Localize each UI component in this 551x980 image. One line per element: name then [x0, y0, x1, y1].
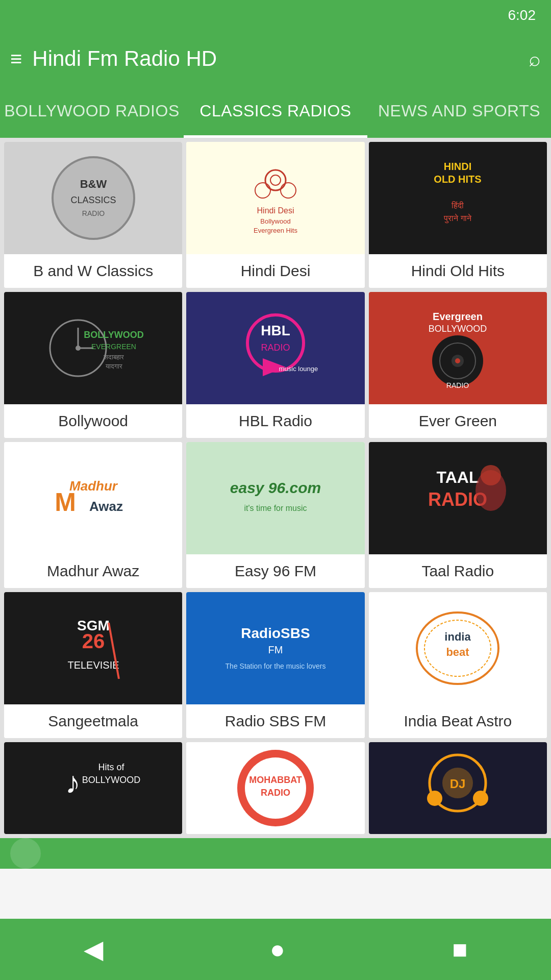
item-label: Madhur Awaz: [4, 554, 182, 588]
list-item[interactable]: ♪ Hits of BOLLYWOOD: [4, 742, 182, 834]
item-image: SGM 26 TELEVISIE: [4, 592, 182, 704]
list-item[interactable]: india beat India Beat Astro: [369, 592, 547, 738]
item-image: RadioSBS FM The Station for the music lo…: [186, 592, 364, 704]
header: ≡ Hindi Fm Radio HD ⌕: [0, 31, 551, 87]
list-item[interactable]: DJ: [369, 742, 547, 834]
svg-text:MOHABBAT: MOHABBAT: [249, 775, 302, 785]
svg-point-6: [255, 183, 270, 198]
svg-point-4: [265, 170, 286, 190]
svg-text:Hindi Desi: Hindi Desi: [257, 206, 294, 215]
item-label: Ever Green: [369, 404, 547, 438]
list-item[interactable]: Madhur Awaz M Madhur Awaz: [4, 442, 182, 588]
svg-text:HBL: HBL: [261, 323, 290, 338]
bottom-partial: [0, 838, 551, 869]
svg-text:FM: FM: [268, 644, 283, 655]
item-label: Hindi Old Hits: [369, 254, 547, 288]
svg-text:RADIO: RADIO: [261, 788, 290, 798]
recent-button[interactable]: ■: [452, 935, 467, 964]
list-item[interactable]: Evergreen BOLLYWOOD RADIO Ever Green: [369, 292, 547, 438]
svg-text:The Station for the music love: The Station for the music lovers: [226, 662, 326, 670]
list-item[interactable]: HBL RADIO music lounge HBL Radio: [186, 292, 364, 438]
tab-classics-radios[interactable]: Classics Radios: [184, 87, 367, 138]
item-image: Hindi Desi Bollywood Evergreen Hits: [186, 142, 364, 254]
bottom-nav: ◀ ● ■: [0, 919, 551, 980]
svg-text:it's time for music: it's time for music: [244, 504, 307, 512]
list-item[interactable]: RadioSBS FM The Station for the music lo…: [186, 592, 364, 738]
svg-text:RADIO: RADIO: [82, 209, 104, 217]
item-label: Easy 96 FM: [186, 554, 364, 588]
item-image: BOLLYWOOD EVERGREEN सदाबहार यादगार: [4, 292, 182, 404]
svg-text:BOLLYWOOD: BOLLYWOOD: [82, 775, 140, 785]
tab-news-and-sports[interactable]: News and Sports: [367, 87, 551, 138]
svg-text:Madhur: Madhur: [69, 478, 118, 494]
svg-text:music lounge: music lounge: [279, 365, 318, 373]
svg-text:RadioSBS: RadioSBS: [241, 625, 310, 641]
svg-text:सदाबहार: सदाबहार: [103, 353, 124, 361]
list-item[interactable]: SGM 26 TELEVISIE Sangeetmala: [4, 592, 182, 738]
svg-text:यादगार: यादगार: [105, 362, 122, 370]
svg-text:OLD HITS: OLD HITS: [434, 174, 482, 185]
svg-text:TELEVISIE: TELEVISIE: [67, 659, 119, 671]
svg-text:26: 26: [82, 630, 105, 652]
list-item[interactable]: Hindi Desi Bollywood Evergreen Hits Hind…: [186, 142, 364, 288]
svg-text:पुराने गाने: पुराने गाने: [444, 213, 472, 224]
svg-point-5: [270, 175, 281, 185]
back-button[interactable]: ◀: [84, 935, 103, 964]
svg-point-7: [281, 183, 296, 198]
svg-text:BOLLYWOOD: BOLLYWOOD: [84, 330, 143, 340]
list-item[interactable]: B&W CLASSICS RADIO B and W Classics: [4, 142, 182, 288]
svg-rect-43: [219, 452, 332, 544]
list-item[interactable]: easy 96.com it's time for music Easy 96 …: [186, 442, 364, 588]
svg-text:Evergreen Hits: Evergreen Hits: [254, 227, 297, 234]
home-button[interactable]: ●: [270, 935, 285, 964]
list-item[interactable]: BOLLYWOOD EVERGREEN सदाबहार यादगार Bolly…: [4, 292, 182, 438]
svg-point-37: [455, 358, 460, 363]
svg-text:RADIO: RADIO: [446, 381, 469, 389]
app-title: Hindi Fm Radio HD: [32, 46, 518, 71]
tabs: Bollywood Radios Classics Radios News an…: [0, 87, 551, 138]
item-label: HBL Radio: [186, 404, 364, 438]
item-label: India Beat Astro: [369, 704, 547, 738]
list-item[interactable]: TAAL RADIO Taal Radio: [369, 442, 547, 588]
item-image: india beat: [369, 592, 547, 704]
grid-container: B&W CLASSICS RADIO B and W Classics Hind…: [0, 138, 551, 838]
item-label: B and W Classics: [4, 254, 182, 288]
status-bar: 6:02: [0, 0, 551, 31]
svg-point-78: [427, 791, 442, 806]
svg-rect-65: [37, 742, 149, 834]
svg-text:EVERGREEN: EVERGREEN: [91, 342, 136, 351]
menu-icon[interactable]: ≡: [10, 47, 22, 70]
svg-text:Awaz: Awaz: [89, 499, 123, 514]
svg-rect-39: [37, 452, 149, 544]
svg-text:beat: beat: [446, 646, 470, 658]
item-image: ♪ Hits of BOLLYWOOD: [4, 742, 182, 834]
item-label: Sangeetmala: [4, 704, 182, 738]
item-label: Radio SBS FM: [186, 704, 364, 738]
svg-text:Hits of: Hits of: [98, 762, 124, 772]
item-image: Evergreen BOLLYWOOD RADIO: [369, 292, 547, 404]
svg-point-50: [481, 465, 501, 485]
svg-text:B&W: B&W: [80, 178, 107, 190]
svg-text:♪: ♪: [65, 766, 81, 800]
list-item[interactable]: MOHABBAT RADIO: [186, 742, 364, 834]
list-item[interactable]: HINDI OLD HITS हिंदी पुराने गाने Hindi O…: [369, 142, 547, 288]
item-image: HINDI OLD HITS हिंदी पुराने गाने: [369, 142, 547, 254]
status-icons: 6:02: [508, 7, 536, 23]
svg-text:RADIO: RADIO: [261, 342, 290, 353]
item-label: Bollywood: [4, 404, 182, 438]
item-image: Madhur Awaz M: [4, 442, 182, 554]
item-image: TAAL RADIO: [369, 442, 547, 554]
item-image: HBL RADIO music lounge: [186, 292, 364, 404]
item-image: DJ: [369, 742, 547, 834]
search-icon[interactable]: ⌕: [529, 47, 541, 70]
item-label: Taal Radio: [369, 554, 547, 588]
svg-text:M: M: [55, 488, 76, 517]
svg-text:HINDI: HINDI: [444, 161, 471, 172]
svg-text:हिंदी: हिंदी: [451, 201, 464, 210]
item-label: Hindi Desi: [186, 254, 364, 288]
svg-text:india: india: [445, 630, 471, 643]
tab-bollywood-radios[interactable]: Bollywood Radios: [0, 87, 184, 138]
item-image: easy 96.com it's time for music: [186, 442, 364, 554]
svg-point-79: [473, 791, 488, 806]
svg-text:CLASSICS: CLASSICS: [70, 195, 116, 205]
